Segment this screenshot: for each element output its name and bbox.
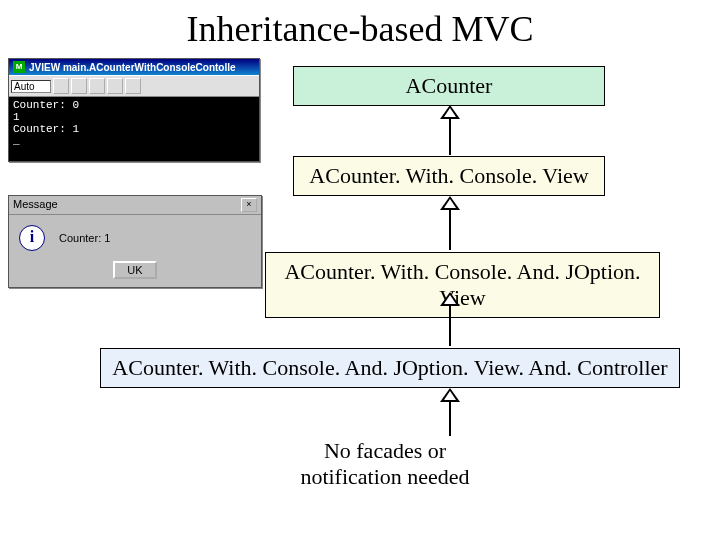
dialog-message: Counter: 1 [59,232,110,244]
console-window: M JVIEW main.ACounterWithConsoleContolle… [8,58,260,162]
toolbar-button[interactable] [89,78,105,94]
info-icon: i [19,225,45,251]
console-toolbar: Auto [9,75,259,97]
inheritance-arrow [435,292,465,346]
message-dialog: Message × i Counter: 1 UK [8,195,262,288]
toolbar-button[interactable] [71,78,87,94]
class-box-acounter: ACounter [293,66,605,106]
dialog-titlebar: Message × [9,196,261,215]
inheritance-arrow [435,196,465,250]
close-icon[interactable]: × [241,198,257,212]
console-title-text: JVIEW main.ACounterWithConsoleContolle [29,62,255,73]
console-output: Counter: 0 1 Counter: 1 _ [9,97,259,161]
ms-dos-icon: M [13,61,25,73]
toolbar-button[interactable] [125,78,141,94]
slide-title: Inheritance-based MVC [0,8,720,50]
inheritance-arrow [435,388,465,436]
dialog-title-text: Message [13,198,58,212]
font-size-combo[interactable]: Auto [11,80,51,93]
toolbar-button[interactable] [53,78,69,94]
inheritance-arrow [435,105,465,155]
caption-line: No facades or [235,438,535,464]
ok-button[interactable]: UK [113,261,156,279]
caption-line: notification needed [235,464,535,490]
class-box-with-console-view: ACounter. With. Console. View [293,156,605,196]
toolbar-button[interactable] [107,78,123,94]
console-titlebar: M JVIEW main.ACounterWithConsoleContolle [9,59,259,75]
class-box-with-controller: ACounter. With. Console. And. JOption. V… [100,348,680,388]
caption: No facades or notification needed [235,438,535,490]
